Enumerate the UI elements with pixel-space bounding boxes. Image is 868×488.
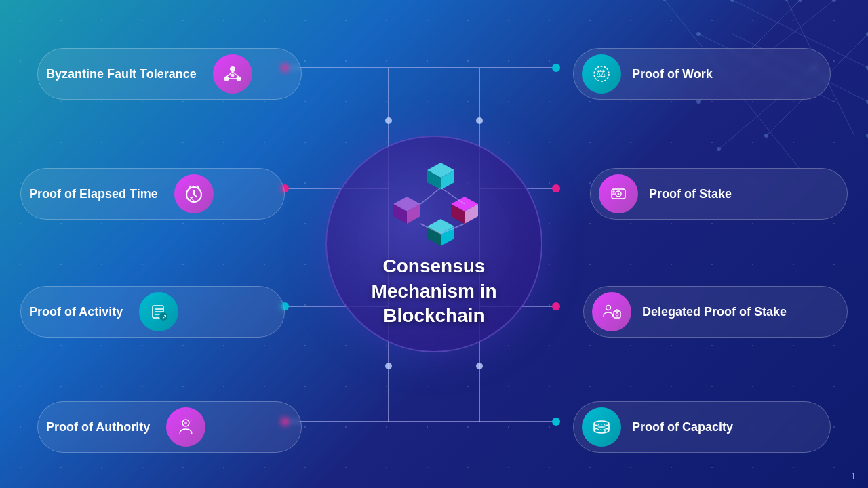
svg-point-16 — [696, 32, 701, 36]
svg-point-88 — [184, 422, 187, 424]
svg-text:✦: ✦ — [189, 418, 194, 424]
svg-point-100 — [616, 313, 618, 316]
svg-point-106 — [594, 424, 609, 430]
svg-point-17 — [696, 100, 701, 104]
svg-point-9 — [730, 0, 734, 2]
svg-line-65 — [441, 188, 465, 204]
svg-text:⛏: ⛏ — [190, 197, 195, 202]
proof-of-capacity-label: Proof of Capacity — [632, 420, 733, 434]
svg-text:↗: ↗ — [161, 313, 167, 321]
svg-point-107 — [604, 429, 606, 432]
svg-point-48 — [385, 117, 392, 124]
svg-point-97 — [612, 190, 615, 193]
svg-point-45 — [552, 184, 560, 192]
card-proof-of-activity: Proof of Activity ↗ — [20, 286, 285, 338]
blockchain-blocks-icon — [390, 159, 478, 247]
svg-text:✦: ✦ — [178, 419, 183, 425]
center-circle: Consensus Mechanism in Blockchain — [326, 136, 542, 352]
center-title: Consensus Mechanism in Blockchain — [371, 254, 496, 328]
delegated-proof-of-stake-icon — [592, 292, 631, 331]
card-proof-of-authority: Proof of Authority ✦ ✦ ✦ — [37, 401, 302, 453]
svg-text:⚖: ⚖ — [596, 68, 606, 79]
card-byzantine: Byzantine Fault Tolerance — [37, 48, 302, 100]
proof-of-elapsed-time-label: Proof of Elapsed Time — [29, 187, 158, 201]
proof-of-activity-label: Proof of Activity — [29, 305, 123, 319]
proof-of-work-label: Proof of Work — [632, 67, 713, 81]
card-proof-of-stake: Proof of Stake — [590, 168, 848, 220]
proof-of-work-icon: ⚖ — [582, 54, 621, 94]
slide: Consensus Mechanism in Blockchain Byzant… — [0, 0, 868, 488]
proof-of-authority-icon: ✦ ✦ ✦ — [166, 407, 205, 447]
svg-point-51 — [476, 363, 483, 369]
byzantine-label: Byzantine Fault Tolerance — [46, 67, 197, 81]
card-proof-of-capacity: Proof of Capacity — [573, 401, 831, 453]
card-proof-of-work: ⚖ Proof of Work — [573, 48, 831, 100]
svg-point-21 — [785, 0, 788, 1]
proof-of-stake-label: Proof of Stake — [649, 187, 732, 201]
card-proof-of-elapsed-time: Proof of Elapsed Time ⛏ — [20, 168, 285, 220]
svg-point-68 — [230, 66, 235, 72]
proof-of-capacity-icon — [582, 407, 621, 447]
svg-point-105 — [594, 428, 609, 433]
proof-of-elapsed-time-icon: ⛏ — [174, 174, 214, 214]
delegated-proof-of-stake-label: Delegated Proof of Stake — [642, 305, 787, 319]
byzantine-icon — [213, 54, 252, 94]
proof-of-stake-icon — [599, 174, 638, 214]
svg-point-96 — [618, 193, 620, 195]
page-number: 1 — [851, 471, 856, 481]
svg-point-22 — [663, 0, 666, 1]
svg-point-47 — [552, 418, 560, 426]
svg-point-74 — [231, 74, 234, 77]
svg-point-98 — [606, 306, 611, 310]
svg-point-18 — [764, 134, 768, 138]
svg-text:✦: ✦ — [184, 417, 187, 420]
svg-line-64 — [420, 188, 441, 204]
svg-point-102 — [594, 421, 609, 426]
proof-of-authority-label: Proof of Authority — [46, 420, 150, 434]
card-delegated-proof-of-stake: Delegated Proof of Stake — [583, 286, 848, 338]
proof-of-activity-icon: ↗ — [139, 292, 178, 331]
svg-point-19 — [717, 147, 721, 151]
svg-point-10 — [798, 0, 802, 2]
svg-point-46 — [552, 302, 560, 310]
svg-point-49 — [476, 117, 483, 124]
svg-point-11 — [832, 0, 836, 2]
svg-point-44 — [552, 64, 560, 72]
svg-point-50 — [385, 363, 392, 369]
